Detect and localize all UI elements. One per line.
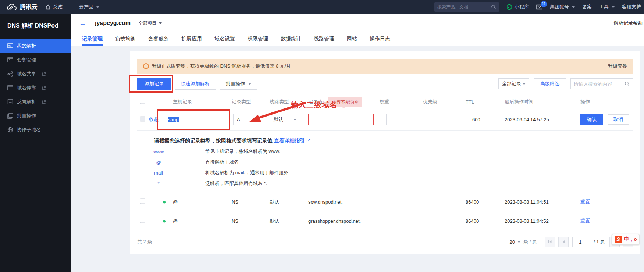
reset-link[interactable]: 重置 [580, 218, 590, 224]
row-checkbox[interactable] [140, 198, 145, 204]
domain-title: jyspcyg.com [95, 20, 131, 26]
sidebar-item-domain-sharing[interactable]: 域名共享 [0, 67, 71, 81]
sidebar-item-collaborative-subdomain[interactable]: 协作子域名 [0, 123, 71, 137]
sidebar: DNS 解析 DNSPod w. 我的解析 套餐管理 域名共享 域名停靠 [0, 14, 71, 272]
column-header-weight: 权重 [380, 99, 389, 105]
column-header-action: 操作 [580, 99, 590, 105]
page-size-value: 20 [510, 239, 515, 245]
sidebar-item-domain-parking[interactable]: 域名停靠 [0, 81, 71, 95]
ime-fullwidth-icon[interactable] [634, 238, 637, 241]
nav-support[interactable]: 客服支持 [622, 4, 641, 10]
nav-miniprogram[interactable]: 小程序 [506, 4, 529, 10]
table-row: @ NS 默认 sow.dnspod.net. 86400 2023-08-08… [137, 192, 633, 211]
document-icon [7, 99, 13, 104]
collapse-link[interactable]: 收起 [149, 116, 159, 123]
record-edit-row: 收起 shop A 默认 2023-09-04 14:57:25 确认 [137, 108, 633, 131]
current-page-input[interactable] [572, 237, 588, 247]
confirm-button[interactable]: 确认 [580, 114, 603, 125]
reset-link[interactable]: 重置 [580, 198, 590, 205]
sidebar-item-reverse-resolution[interactable]: 反向解析 [0, 95, 71, 109]
table-row: @ NS 默认 grasshopper.dnspod.net. 86400 20… [137, 211, 633, 230]
ttl-input[interactable] [469, 114, 493, 125]
records-table: 主机记录 记录类型 线路类型 记录值 权重 优先级 TTL 最后操作时间 操作 … [137, 96, 633, 253]
tab-permission-management[interactable]: 权限管理 [248, 32, 268, 46]
tab-data-statistics[interactable]: 数据统计 [281, 32, 301, 46]
nav-beian[interactable]: 备案 [582, 4, 592, 10]
advanced-filter-button[interactable]: 高级筛选 [534, 78, 566, 89]
search-icon [625, 81, 630, 86]
chevron-down-icon [517, 241, 520, 243]
nav-cloud-products-label: 云产品 [79, 4, 93, 10]
tab-domain-settings[interactable]: 域名设置 [214, 32, 235, 46]
brand-name: 腾讯云 [20, 3, 38, 11]
sidebar-item-batch-operations[interactable]: 批量操作 [0, 109, 71, 123]
line-type-select[interactable]: 默认 [270, 114, 300, 125]
record-type-select[interactable]: A [233, 114, 263, 125]
tencent-cloud-logo[interactable]: 腾讯云 [7, 3, 38, 11]
column-header-line: 线路类型 [270, 99, 289, 105]
record-type-help-panel: 请根据您选择的记录类型，按照格式要求填写记录值 查看详细指引 www 常见主机记… [137, 131, 633, 192]
weight-input[interactable] [386, 114, 417, 125]
ime-toolbar: S 中 , [612, 234, 640, 245]
external-link-icon [306, 138, 311, 143]
prev-page-button[interactable] [558, 237, 569, 247]
page-size-select[interactable]: 20 [510, 239, 520, 245]
tab-line-management[interactable]: 线路管理 [314, 32, 334, 46]
help-key[interactable]: www [145, 149, 172, 154]
record-help-link[interactable]: 解析记录帮助 [614, 20, 643, 26]
nav-group-account[interactable]: 集团账号 [550, 4, 575, 10]
row-checkbox[interactable] [140, 218, 145, 223]
share-icon [7, 71, 13, 77]
chevron-down-icon [248, 83, 251, 85]
tab-extended-apps[interactable]: 扩展应用 [181, 32, 202, 46]
sidebar-item-label: 套餐管理 [17, 57, 36, 63]
tab-load-balancing[interactable]: 负载均衡 [115, 32, 136, 46]
sidebar-item-label: 协作子域名 [17, 126, 41, 133]
batch-operations-label: 批量操作 [226, 80, 245, 87]
row-type: NS [232, 199, 238, 204]
record-search[interactable] [570, 78, 633, 89]
record-search-input[interactable] [574, 81, 625, 87]
quick-add-button[interactable]: 快速添加解析 [175, 78, 216, 90]
chevron-down-icon [612, 6, 615, 8]
tab-package-service[interactable]: 套餐服务 [148, 32, 169, 46]
global-search-input[interactable] [437, 4, 491, 10]
global-search[interactable] [434, 2, 499, 12]
nav-cloud-products[interactable]: 云产品 [79, 4, 99, 10]
sidebar-item-my-resolution[interactable]: w. 我的解析 [0, 39, 71, 53]
help-key[interactable]: @ [145, 160, 172, 165]
help-key[interactable]: * [145, 181, 172, 186]
back-arrow-icon[interactable]: ← [79, 20, 86, 27]
upgrade-package-link[interactable]: 升级套餐 [608, 63, 627, 69]
cancel-button[interactable]: 取消 [608, 114, 629, 125]
batch-operations-button[interactable]: 批量操作 [220, 78, 257, 90]
host-record-input[interactable]: shop [165, 114, 216, 125]
ime-punctuation-icon[interactable]: , [631, 237, 632, 242]
column-header-host: 主机记录 [173, 99, 192, 105]
warning-icon: ! [143, 63, 149, 69]
sidebar-title: DNS 解析 DNSPod [0, 14, 71, 36]
table-header-row: 主机记录 记录类型 线路类型 记录值 权重 优先级 TTL 最后操作时间 操作 … [137, 96, 633, 108]
tab-website[interactable]: 网站 [347, 32, 357, 46]
chevron-down-icon [293, 119, 296, 121]
tab-operation-log[interactable]: 操作日志 [370, 32, 390, 46]
record-filter-select[interactable]: 全部记录 [498, 78, 529, 89]
add-record-button[interactable]: 添加记录 [137, 78, 171, 90]
select-all-checkbox[interactable] [140, 99, 145, 104]
host-record-selected-text: shop [168, 117, 179, 122]
miniprogram-icon [506, 4, 512, 10]
sidebar-item-package-management[interactable]: 套餐管理 [0, 53, 71, 67]
sogou-ime-logo-icon[interactable]: S [615, 236, 622, 243]
first-page-button[interactable] [545, 237, 555, 247]
detailed-guide-link[interactable]: 查看详细指引 [274, 137, 305, 143]
tab-record-management[interactable]: 记录管理 [82, 32, 103, 46]
record-value-input[interactable] [308, 114, 374, 125]
ime-language-indicator[interactable]: 中 [624, 236, 629, 243]
nav-overview[interactable]: 总览 [46, 4, 63, 10]
nav-miniprogram-label: 小程序 [515, 4, 529, 10]
nav-messages[interactable]: 11 [536, 4, 542, 10]
project-filter-select[interactable]: 全部项目 [139, 20, 162, 26]
row-checkbox[interactable] [140, 116, 145, 121]
help-key[interactable]: mail [145, 170, 172, 176]
nav-tools[interactable]: 工具 [599, 4, 615, 10]
